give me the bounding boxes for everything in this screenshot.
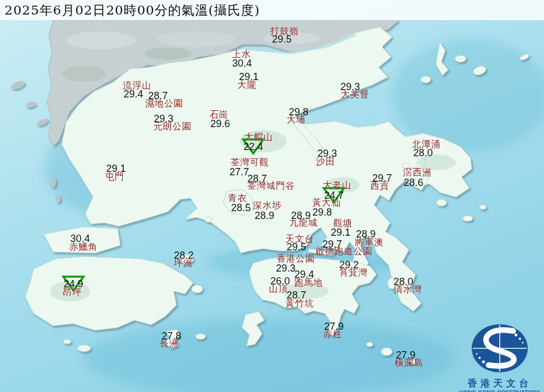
station-name: 昂坪 (63, 287, 82, 298)
station-name: 觀塘 (333, 218, 352, 230)
station-name: 赤柱 (323, 329, 342, 340)
station-name: 沙田 (316, 156, 335, 168)
station-name: 北潭涌 (412, 139, 441, 151)
hko-temperature-map-page: 2025年6月02日20時00分的氣溫(攝氏度) 29.5打鼓嶺30.4上水29… (0, 0, 544, 392)
station-name: 坪洲 (174, 258, 193, 269)
station-name: 打鼓嶺 (271, 26, 299, 38)
station-name: 大老山 (323, 180, 352, 192)
observatory-name-chinese: 香港天文台 (458, 377, 542, 390)
station-name: 黃大仙 (313, 197, 341, 209)
station-name: 流浮山 (123, 80, 152, 92)
station-name: 山頂 (269, 283, 288, 295)
station-name: 清水灣 (394, 284, 422, 296)
station-name: 大帽山 (245, 132, 273, 143)
station-name: 黃竹坑 (286, 298, 314, 310)
station-name: 荃灣可觀 (231, 157, 269, 169)
station-name: 荃灣城門谷 (248, 180, 295, 192)
station-name: 上水 (232, 49, 251, 60)
station-name: 橫瀾島 (395, 357, 424, 369)
station-name: 青衣 (228, 193, 247, 204)
station-name: 濕地公園 (145, 98, 183, 110)
station-name: 石崗 (210, 109, 229, 121)
station-name: 屯門 (105, 171, 124, 183)
page-title: 2025年6月02日20時00分的氣溫(攝氏度) (0, 0, 544, 20)
station-name: 深水埗 (253, 200, 282, 212)
station-name: 大埔 (287, 114, 306, 126)
station-name: 啟德跑道公園 (315, 246, 373, 258)
station-name: 大隴 (238, 80, 257, 91)
observatory-logo: 香港天文台 HONG KONG OBSERVATORY (458, 323, 542, 391)
station-temperature: 28.9 (254, 210, 274, 222)
station-name: 筲箕灣 (340, 267, 368, 279)
station-name: 跑馬地 (295, 277, 323, 289)
station-name: 西貢 (370, 180, 389, 192)
station-name: 赤鱲角 (69, 241, 98, 253)
station-name: 九龍城 (290, 217, 318, 229)
station-name: 元朗公園 (154, 121, 192, 133)
station-name: 天文台 (286, 234, 314, 245)
station-name: 滘西洲 (403, 167, 432, 179)
station-temperature: 28.6 (403, 177, 423, 189)
observatory-name-english: HONG KONG OBSERVATORY (458, 390, 542, 392)
observatory-logo-icon (458, 323, 542, 374)
station-name: 香港公園 (277, 253, 315, 265)
station-name: 大美督 (341, 89, 370, 101)
station-name: 長洲 (160, 338, 179, 350)
